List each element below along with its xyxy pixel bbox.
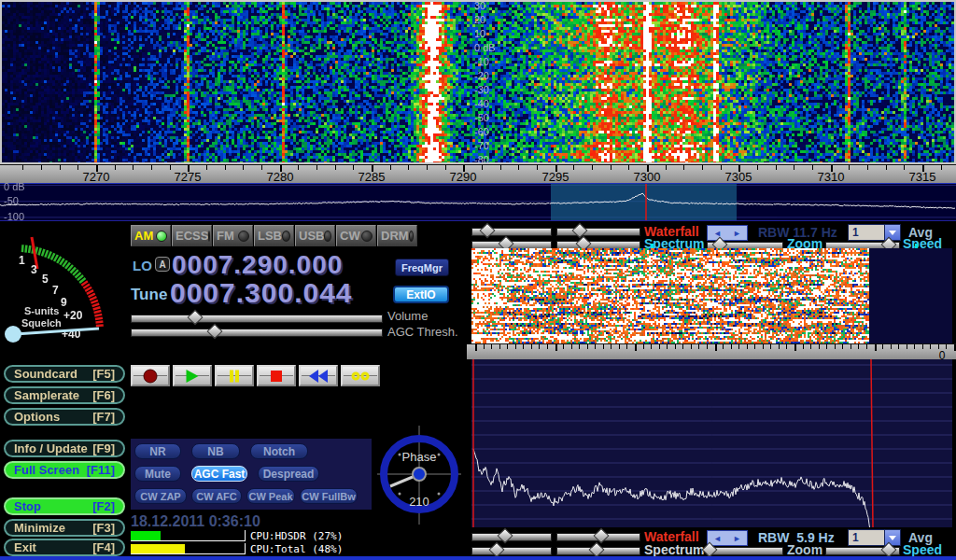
side-button-label: Info / Update [14, 441, 88, 455]
side-button[interactable]: Info / Update [F9] [4, 440, 125, 457]
scale-tick [595, 344, 596, 349]
wf-contrast-slider-bottom[interactable] [556, 533, 640, 541]
zoom-slider-bottom[interactable] [707, 547, 783, 555]
extio-button[interactable]: ExtIO [393, 286, 449, 303]
phase-indicator[interactable]: Phase 210 [377, 422, 463, 532]
transport-button[interactable] [173, 365, 212, 386]
wf-brightness-slider-bottom[interactable] [471, 533, 552, 541]
audio-db-label: -70 [474, 140, 489, 151]
avg-dropdown-bottom[interactable]: 1 [848, 529, 901, 546]
spec-contrast-slider-bottom[interactable] [556, 547, 640, 555]
side-button[interactable]: Stop [F2] [4, 497, 125, 515]
audio-db-label: 0 dB [474, 42, 496, 53]
audio-waterfall-display[interactable] [471, 248, 952, 343]
mode-button[interactable]: CW [336, 225, 376, 246]
scale-tick [579, 344, 580, 349]
mode-button[interactable]: AM [131, 225, 171, 246]
side-button[interactable]: Exit [F4] [4, 539, 125, 556]
spec-brightness-slider-bottom[interactable] [471, 547, 552, 555]
side-button-hotkey: [F11] [87, 463, 115, 477]
side-button-hotkey: [F5] [92, 367, 115, 381]
dsp-button[interactable]: Notch [250, 443, 308, 459]
squelch-handle[interactable] [5, 326, 21, 343]
avg-dropdown-top[interactable]: 1 [848, 224, 901, 241]
cpu-bar-fill [131, 544, 185, 553]
slider-knob[interactable] [589, 542, 605, 558]
squelch-needle[interactable] [15, 329, 99, 334]
mode-button[interactable]: FM [213, 225, 253, 246]
scale-tick [770, 344, 771, 349]
scale-tick [573, 165, 574, 170]
scale-tick [851, 344, 851, 349]
side-button[interactable]: Options [F7] [4, 408, 125, 426]
rbw-spinner-top[interactable]: ◄ ► [707, 225, 748, 241]
transport-button[interactable] [341, 365, 380, 386]
dsp-button[interactable]: NB [191, 443, 240, 459]
dsp-button[interactable]: CW FullBw [300, 488, 358, 504]
spin-right-icon[interactable]: ► [733, 534, 741, 543]
transport-button[interactable] [299, 365, 338, 386]
side-button[interactable]: Samplerate [F6] [4, 386, 125, 404]
scale-tick [786, 344, 787, 349]
speed-slider-bottom[interactable] [825, 547, 900, 555]
rf-frequency-scale[interactable]: 7270727572807285729072957300730573107315 [0, 164, 956, 183]
side-button-hotkey: [F7] [92, 410, 115, 424]
transport-button[interactable] [257, 365, 296, 386]
spin-right-icon[interactable]: ► [733, 229, 741, 238]
dsp-button[interactable]: NR [134, 443, 181, 459]
rbw-spinner-bottom[interactable]: ◄ ► [707, 530, 748, 546]
scale-tick [826, 344, 827, 349]
scale-tick [353, 165, 354, 170]
spin-left-icon[interactable]: ◄ [713, 534, 722, 543]
side-button[interactable]: Minimize [F3] [4, 519, 125, 537]
side-button[interactable]: Soundcard [F5] [4, 365, 125, 383]
volume-slider-knob[interactable] [188, 310, 204, 326]
freq-scale-label: 7315 [909, 170, 936, 184]
wf-contrast-slider-top[interactable] [556, 228, 640, 236]
mode-button[interactable]: USB [295, 225, 335, 246]
scale-tick [866, 344, 867, 349]
scale-tick [463, 165, 465, 172]
s-meter[interactable]: 1 3 5 7 9 +20 +40 S-units Squelch [0, 224, 129, 364]
mode-button[interactable]: LSB [254, 225, 294, 246]
dsp-button[interactable]: CW AFC [191, 488, 242, 504]
tune-frequency-display[interactable]: 0007.300.044 [170, 277, 353, 309]
mode-button[interactable]: DRM [377, 225, 417, 246]
slider-knob[interactable] [489, 542, 505, 558]
transport-button[interactable] [215, 365, 254, 386]
transport-button[interactable] [131, 365, 170, 386]
scale-tick [372, 165, 373, 172]
band-marker-icon [915, 244, 918, 248]
scale-tick [803, 344, 804, 349]
freqmgr-button[interactable]: FreqMgr [395, 259, 449, 276]
scale-tick [571, 344, 572, 349]
wf-brightness-slider-top[interactable] [471, 228, 552, 236]
s-meter-tick-7: 7 [52, 284, 59, 297]
dsp-button[interactable]: Despread [258, 466, 319, 482]
dsp-button[interactable]: AGC Fast [191, 466, 247, 482]
dsp-button[interactable]: CW Peak [246, 488, 295, 504]
audio-spectrum-display[interactable] [471, 359, 952, 527]
slider-knob[interactable] [571, 223, 587, 239]
slider-knob[interactable] [480, 223, 496, 239]
rf-spectrum-display[interactable] [0, 184, 956, 220]
agc-threshold-slider[interactable] [131, 329, 383, 337]
rf-waterfall-display[interactable] [2, 2, 954, 162]
audio-db-label: -50 [474, 112, 489, 123]
lo-auto-badge[interactable]: A [155, 257, 170, 272]
mode-led-icon [282, 231, 290, 242]
rf-spectrum-panel[interactable]: 0 dB-50-100 [0, 183, 956, 221]
dsp-button[interactable]: Mute [134, 466, 181, 482]
audio-frequency-scale[interactable]: 010002000300040005000 [467, 343, 956, 359]
scale-tick [170, 165, 171, 170]
spin-left-icon[interactable]: ◄ [713, 229, 722, 238]
lo-frequency-display[interactable]: 0007.290.000 [172, 250, 343, 280]
agc-slider-knob[interactable] [207, 324, 223, 340]
scale-tick [675, 344, 676, 349]
slider-knob[interactable] [497, 528, 513, 544]
mode-button[interactable]: ECSS [172, 225, 212, 246]
dsp-button[interactable]: CW ZAP [134, 488, 187, 504]
side-button[interactable]: Full Screen [F11] [4, 461, 125, 479]
scale-tick [667, 344, 668, 349]
volume-slider[interactable] [131, 315, 383, 323]
